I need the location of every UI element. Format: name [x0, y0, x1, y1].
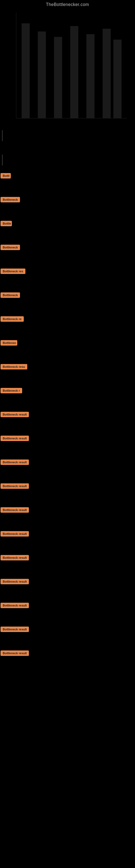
result-row-15: Bottleneck result [0, 505, 135, 529]
svg-rect-7 [86, 34, 94, 118]
svg-rect-5 [54, 37, 62, 118]
result-row-8: Bottlenec [0, 338, 135, 362]
result-badge-2[interactable]: Bottleneck [1, 197, 20, 203]
result-badge-13[interactable]: Bottleneck result [1, 460, 29, 465]
result-badge-8[interactable]: Bottlenec [1, 340, 17, 346]
svg-rect-3 [21, 23, 30, 118]
result-badge-11[interactable]: Bottleneck result [1, 412, 29, 417]
result-badge-18[interactable]: Bottleneck result [1, 579, 29, 584]
result-badge-14[interactable]: Bottleneck result [1, 484, 29, 489]
vertical-indicator-1 [2, 130, 2, 141]
result-row-6: Bottleneck [0, 290, 135, 314]
result-badge-12[interactable]: Bottleneck result [1, 436, 29, 441]
vertical-indicator-2 [2, 155, 2, 165]
result-row-17: Bottleneck result [0, 553, 135, 577]
result-badge-7[interactable]: Bottleneck re [1, 316, 24, 322]
svg-rect-4 [38, 31, 46, 118]
result-badge-9[interactable]: Bottleneck resu [1, 364, 27, 369]
svg-rect-6 [70, 26, 78, 118]
site-title: TheBottlenecker.com [0, 0, 135, 7]
result-badge-21[interactable]: Bottleneck result [1, 650, 29, 656]
result-row-19: Bottleneck result [0, 600, 135, 624]
result-badge-3[interactable]: Bottle [1, 221, 12, 226]
result-badge-1[interactable]: Bottl [1, 173, 11, 179]
result-row-4: Bottleneck [0, 243, 135, 267]
result-badge-5[interactable]: Bottleneck res [1, 269, 26, 274]
result-badge-17[interactable]: Bottleneck result [1, 555, 29, 560]
result-row-5: Bottleneck res [0, 267, 135, 290]
result-row-13: Bottleneck result [0, 457, 135, 481]
result-row-7: Bottleneck re [0, 314, 135, 338]
svg-rect-9 [114, 40, 122, 118]
svg-rect-8 [103, 29, 111, 118]
result-badge-10[interactable]: Bottleneck r [1, 388, 22, 393]
results-section: BottlBottleneckBottleBottleneckBottlenec… [0, 171, 135, 672]
result-row-18: Bottleneck result [0, 577, 135, 600]
result-row-20: Bottleneck result [0, 624, 135, 648]
result-row-11: Bottleneck result [0, 410, 135, 433]
result-row-2: Bottleneck [0, 195, 135, 219]
chart-area [5, 10, 130, 124]
result-row-9: Bottleneck resu [0, 362, 135, 386]
result-row-1: Bottl [0, 171, 135, 195]
result-row-14: Bottleneck result [0, 481, 135, 505]
result-row-3: Bottle [0, 219, 135, 243]
result-row-21: Bottleneck result [0, 648, 135, 672]
result-badge-6[interactable]: Bottleneck [1, 292, 20, 298]
result-badge-16[interactable]: Bottleneck result [1, 531, 29, 536]
result-badge-15[interactable]: Bottleneck result [1, 507, 29, 513]
result-row-16: Bottleneck result [0, 529, 135, 553]
result-badge-20[interactable]: Bottleneck result [1, 627, 29, 632]
result-badge-19[interactable]: Bottleneck result [1, 603, 29, 608]
result-row-12: Bottleneck result [0, 433, 135, 457]
result-badge-4[interactable]: Bottleneck [1, 245, 20, 250]
result-row-10: Bottleneck r [0, 386, 135, 410]
